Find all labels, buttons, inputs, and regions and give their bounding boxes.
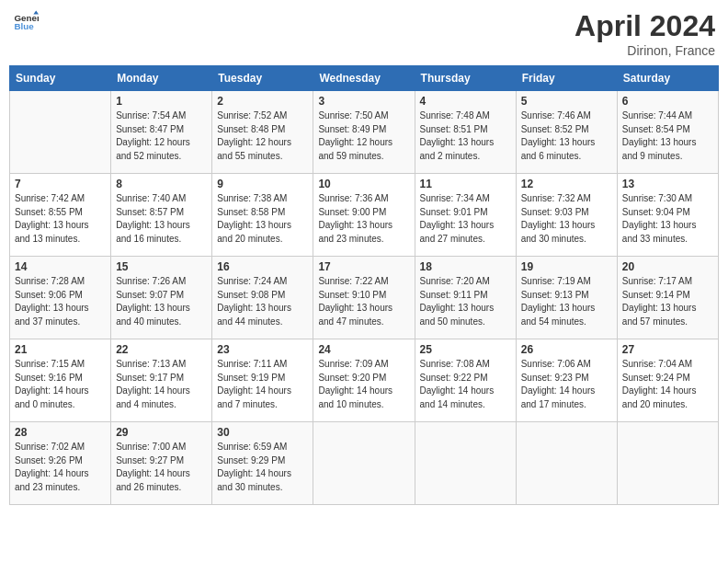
day-info: Sunrise: 7:32 AM Sunset: 9:03 PM Dayligh… bbox=[521, 192, 612, 246]
table-row: 19Sunrise: 7:19 AM Sunset: 9:13 PM Dayli… bbox=[516, 257, 617, 339]
table-row bbox=[516, 422, 617, 505]
day-info: Sunrise: 7:38 AM Sunset: 8:58 PM Dayligh… bbox=[217, 192, 308, 246]
day-info: Sunrise: 7:04 AM Sunset: 9:24 PM Dayligh… bbox=[622, 358, 713, 411]
day-info: Sunrise: 7:30 AM Sunset: 9:04 PM Dayligh… bbox=[622, 192, 713, 246]
table-row: 18Sunrise: 7:20 AM Sunset: 9:11 PM Dayli… bbox=[415, 257, 516, 339]
table-row: 7Sunrise: 7:42 AM Sunset: 8:55 PM Daylig… bbox=[10, 174, 111, 257]
day-info: Sunrise: 7:28 AM Sunset: 9:06 PM Dayligh… bbox=[15, 275, 106, 328]
table-row: 5Sunrise: 7:46 AM Sunset: 8:52 PM Daylig… bbox=[516, 91, 617, 174]
calendar-table: Sunday Monday Tuesday Wednesday Thursday… bbox=[9, 65, 719, 505]
day-number: 17 bbox=[318, 260, 409, 273]
col-friday: Friday bbox=[516, 66, 617, 91]
col-monday: Monday bbox=[111, 66, 212, 91]
day-number: 7 bbox=[15, 178, 106, 190]
table-row: 14Sunrise: 7:28 AM Sunset: 9:06 PM Dayli… bbox=[10, 257, 111, 339]
day-number: 14 bbox=[15, 260, 106, 273]
day-info: Sunrise: 7:17 AM Sunset: 9:14 PM Dayligh… bbox=[622, 275, 713, 328]
day-number: 5 bbox=[521, 95, 612, 108]
day-info: Sunrise: 7:34 AM Sunset: 9:01 PM Dayligh… bbox=[420, 192, 511, 246]
day-number: 20 bbox=[622, 260, 713, 273]
day-number: 6 bbox=[622, 95, 713, 108]
table-row: 12Sunrise: 7:32 AM Sunset: 9:03 PM Dayli… bbox=[516, 174, 617, 257]
table-row: 3Sunrise: 7:50 AM Sunset: 8:49 PM Daylig… bbox=[313, 91, 415, 174]
day-number: 23 bbox=[217, 343, 308, 356]
page-header: General Blue April 2024 Dirinon, France bbox=[9, 9, 719, 58]
day-number: 22 bbox=[116, 343, 207, 356]
table-row: 15Sunrise: 7:26 AM Sunset: 9:07 PM Dayli… bbox=[111, 257, 212, 339]
day-info: Sunrise: 7:42 AM Sunset: 8:55 PM Dayligh… bbox=[15, 192, 106, 246]
table-row: 13Sunrise: 7:30 AM Sunset: 9:04 PM Dayli… bbox=[617, 174, 718, 257]
day-number: 19 bbox=[521, 260, 612, 273]
table-row: 21Sunrise: 7:15 AM Sunset: 9:16 PM Dayli… bbox=[10, 339, 111, 422]
day-number: 26 bbox=[521, 343, 612, 356]
table-row: 25Sunrise: 7:08 AM Sunset: 9:22 PM Dayli… bbox=[415, 339, 516, 422]
day-number: 1 bbox=[116, 95, 207, 108]
table-row: 20Sunrise: 7:17 AM Sunset: 9:14 PM Dayli… bbox=[617, 257, 718, 339]
month-year-title: April 2024 bbox=[574, 9, 715, 43]
day-info: Sunrise: 7:22 AM Sunset: 9:10 PM Dayligh… bbox=[318, 275, 409, 328]
day-number: 11 bbox=[420, 178, 511, 190]
table-row: 26Sunrise: 7:06 AM Sunset: 9:23 PM Dayli… bbox=[516, 339, 617, 422]
calendar-week-row: 1Sunrise: 7:54 AM Sunset: 8:47 PM Daylig… bbox=[10, 91, 719, 174]
day-info: Sunrise: 7:20 AM Sunset: 9:11 PM Dayligh… bbox=[420, 275, 511, 328]
calendar-header-row: Sunday Monday Tuesday Wednesday Thursday… bbox=[10, 66, 719, 91]
day-info: Sunrise: 7:00 AM Sunset: 9:27 PM Dayligh… bbox=[116, 441, 207, 494]
col-wednesday: Wednesday bbox=[313, 66, 415, 91]
calendar-week-row: 7Sunrise: 7:42 AM Sunset: 8:55 PM Daylig… bbox=[10, 174, 719, 257]
day-info: Sunrise: 7:15 AM Sunset: 9:16 PM Dayligh… bbox=[15, 358, 106, 411]
table-row bbox=[313, 422, 415, 505]
day-number: 25 bbox=[420, 343, 511, 356]
day-info: Sunrise: 7:50 AM Sunset: 8:49 PM Dayligh… bbox=[318, 109, 409, 163]
day-number: 13 bbox=[622, 178, 713, 190]
table-row: 17Sunrise: 7:22 AM Sunset: 9:10 PM Dayli… bbox=[313, 257, 415, 339]
day-number: 9 bbox=[217, 178, 308, 190]
table-row: 27Sunrise: 7:04 AM Sunset: 9:24 PM Dayli… bbox=[617, 339, 718, 422]
table-row: 30Sunrise: 6:59 AM Sunset: 9:29 PM Dayli… bbox=[212, 422, 313, 505]
day-number: 21 bbox=[15, 343, 106, 356]
day-info: Sunrise: 7:44 AM Sunset: 8:54 PM Dayligh… bbox=[622, 109, 713, 163]
day-info: Sunrise: 7:36 AM Sunset: 9:00 PM Dayligh… bbox=[318, 192, 409, 246]
svg-text:Blue: Blue bbox=[14, 21, 34, 31]
col-thursday: Thursday bbox=[415, 66, 516, 91]
table-row: 24Sunrise: 7:09 AM Sunset: 9:20 PM Dayli… bbox=[313, 339, 415, 422]
day-number: 8 bbox=[116, 178, 207, 190]
day-info: Sunrise: 7:24 AM Sunset: 9:08 PM Dayligh… bbox=[217, 275, 308, 328]
day-info: Sunrise: 7:08 AM Sunset: 9:22 PM Dayligh… bbox=[420, 358, 511, 411]
col-tuesday: Tuesday bbox=[212, 66, 313, 91]
day-info: Sunrise: 7:46 AM Sunset: 8:52 PM Dayligh… bbox=[521, 109, 612, 163]
table-row: 9Sunrise: 7:38 AM Sunset: 8:58 PM Daylig… bbox=[212, 174, 313, 257]
table-row: 6Sunrise: 7:44 AM Sunset: 8:54 PM Daylig… bbox=[617, 91, 718, 174]
day-info: Sunrise: 7:54 AM Sunset: 8:47 PM Dayligh… bbox=[116, 109, 207, 163]
table-row bbox=[415, 422, 516, 505]
table-row: 11Sunrise: 7:34 AM Sunset: 9:01 PM Dayli… bbox=[415, 174, 516, 257]
table-row: 22Sunrise: 7:13 AM Sunset: 9:17 PM Dayli… bbox=[111, 339, 212, 422]
day-info: Sunrise: 7:40 AM Sunset: 8:57 PM Dayligh… bbox=[116, 192, 207, 246]
day-info: Sunrise: 7:26 AM Sunset: 9:07 PM Dayligh… bbox=[116, 275, 207, 328]
location-subtitle: Dirinon, France bbox=[574, 43, 715, 58]
day-info: Sunrise: 7:06 AM Sunset: 9:23 PM Dayligh… bbox=[521, 358, 612, 411]
day-number: 2 bbox=[217, 95, 308, 108]
day-number: 3 bbox=[318, 95, 409, 108]
day-info: Sunrise: 7:02 AM Sunset: 9:26 PM Dayligh… bbox=[15, 441, 106, 494]
table-row: 29Sunrise: 7:00 AM Sunset: 9:27 PM Dayli… bbox=[111, 422, 212, 505]
day-number: 29 bbox=[116, 426, 207, 439]
table-row bbox=[10, 91, 111, 174]
table-row: 2Sunrise: 7:52 AM Sunset: 8:48 PM Daylig… bbox=[212, 91, 313, 174]
col-saturday: Saturday bbox=[617, 66, 718, 91]
table-row bbox=[617, 422, 718, 505]
table-row: 1Sunrise: 7:54 AM Sunset: 8:47 PM Daylig… bbox=[111, 91, 212, 174]
table-row: 16Sunrise: 7:24 AM Sunset: 9:08 PM Dayli… bbox=[212, 257, 313, 339]
day-number: 30 bbox=[217, 426, 308, 439]
day-number: 12 bbox=[521, 178, 612, 190]
day-info: Sunrise: 7:19 AM Sunset: 9:13 PM Dayligh… bbox=[521, 275, 612, 328]
day-number: 18 bbox=[420, 260, 511, 273]
day-info: Sunrise: 7:48 AM Sunset: 8:51 PM Dayligh… bbox=[420, 109, 511, 163]
day-number: 28 bbox=[15, 426, 106, 439]
logo-icon: General Blue bbox=[13, 9, 39, 35]
table-row: 28Sunrise: 7:02 AM Sunset: 9:26 PM Dayli… bbox=[10, 422, 111, 505]
day-info: Sunrise: 7:09 AM Sunset: 9:20 PM Dayligh… bbox=[318, 358, 409, 411]
day-number: 16 bbox=[217, 260, 308, 273]
logo: General Blue bbox=[13, 9, 40, 35]
table-row: 8Sunrise: 7:40 AM Sunset: 8:57 PM Daylig… bbox=[111, 174, 212, 257]
calendar-week-row: 21Sunrise: 7:15 AM Sunset: 9:16 PM Dayli… bbox=[10, 339, 719, 422]
